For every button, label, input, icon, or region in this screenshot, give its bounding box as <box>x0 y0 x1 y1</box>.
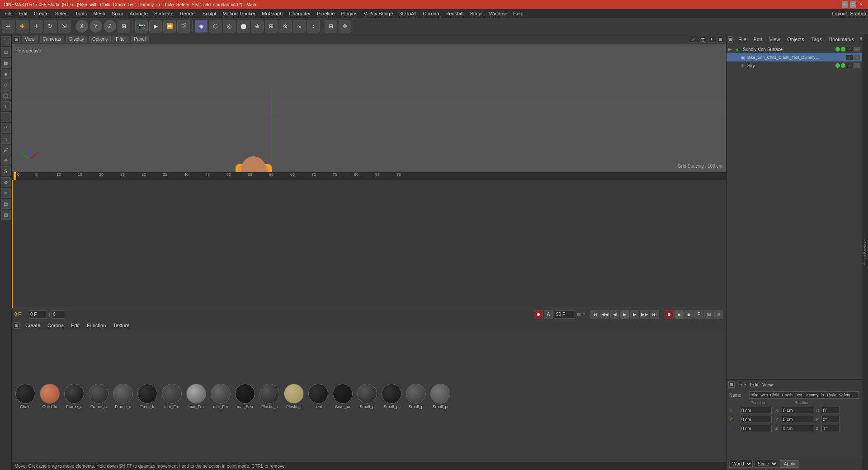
mat-item-plastict[interactable]: Plastic_t <box>283 384 305 409</box>
menu-3dtoall[interactable]: 3DToAll <box>396 10 419 17</box>
timeline-btn-5[interactable]: ⊞ <box>704 310 713 319</box>
attr-x-rot[interactable] <box>782 407 813 414</box>
rs-asset[interactable]: Asset Browser <box>862 238 868 266</box>
vt-display[interactable]: Display <box>66 36 87 42</box>
vt-grid-icon[interactable]: ⊞ <box>717 36 724 43</box>
maximize-button[interactable]: □ <box>850 1 856 8</box>
left-tool-6[interactable]: ◯ <box>1 90 11 100</box>
menu-snap[interactable]: Snap <box>109 10 126 17</box>
obj-item-sky[interactable]: ☀ Sky ✓ ··· <box>726 61 862 70</box>
attr-z-b[interactable] <box>821 425 840 432</box>
vt-light-icon[interactable]: ✦ <box>708 36 715 43</box>
attr-y-p[interactable] <box>821 416 840 423</box>
mat-item-plasticc[interactable]: Plastic_c <box>259 384 280 409</box>
menu-motiontracker[interactable]: Motion Tracker <box>220 10 258 17</box>
timeline-next-frame[interactable]: ▶ <box>630 310 639 319</box>
attr-view[interactable]: View <box>762 382 773 387</box>
attr-y-pos[interactable] <box>740 416 772 423</box>
attr-edit[interactable]: Edit <box>750 382 759 387</box>
left-tool-3[interactable]: ▦ <box>1 58 11 68</box>
toolbar-grid[interactable]: ⊟ <box>325 20 337 33</box>
left-tool-5[interactable]: ◇ <box>1 80 11 89</box>
mat-item-frame2[interactable]: Frame_c <box>112 384 134 409</box>
menu-vraybridge[interactable]: V-Ray Bridge <box>361 10 396 17</box>
timeline-btn-4[interactable]: P <box>694 310 703 319</box>
timeline-play[interactable]: ▶ <box>620 310 629 319</box>
obj-expand[interactable]: ⊞ <box>728 36 733 42</box>
mat-item-matfro2[interactable]: mat_Fro <box>185 384 207 409</box>
attr-z-rot[interactable] <box>782 425 813 432</box>
menu-tools[interactable]: Tools <box>72 10 90 17</box>
menu-pipeline[interactable]: Pipeline <box>314 10 337 17</box>
toolbar-render-all[interactable]: ⏩ <box>163 20 176 33</box>
timeline-record[interactable]: ⏺ <box>534 310 543 319</box>
viewport[interactable]: Perspective Grid Spacing : 100 cm X Y Z <box>12 44 726 172</box>
apply-button[interactable]: Apply <box>780 460 799 468</box>
menu-simulate[interactable]: Simulate <box>151 10 176 17</box>
obj-tags[interactable]: Tags <box>810 36 824 42</box>
mat-item-matsea[interactable]: mat_Sea <box>234 384 256 409</box>
obj-objects[interactable]: Objects <box>785 36 806 42</box>
mat-item-matfro3[interactable]: mat_Fro <box>210 384 231 409</box>
frame-input-2[interactable] <box>52 310 65 319</box>
attr-x-h[interactable] <box>822 407 840 414</box>
toolbar-geom-2[interactable]: ⬡ <box>209 20 222 33</box>
left-tool-16[interactable]: ▤ <box>1 199 11 209</box>
menu-plugins[interactable]: Plugins <box>338 10 360 17</box>
timeline-next-key[interactable]: ▶▶ <box>640 310 649 319</box>
menu-character[interactable]: Character <box>286 10 313 17</box>
mat-item-chain[interactable]: Chain <box>14 384 36 409</box>
obj-item-bike[interactable]: ▣ Bike_with_Child_Crash_Test_Dummy_in_Th… <box>726 53 862 61</box>
timeline-keys[interactable] <box>12 180 726 308</box>
toolbar-render-active[interactable]: ▶ <box>149 20 162 33</box>
mat-expand[interactable]: ⊞ <box>14 322 20 329</box>
mat-texture[interactable]: Texture <box>111 322 131 329</box>
left-tool-15[interactable]: ≈ <box>1 188 11 198</box>
mat-corona[interactable]: Corona <box>46 322 66 329</box>
mat-item-smallpi2[interactable]: Small_pi <box>429 384 451 409</box>
timeline-go-end[interactable]: ⏭ <box>650 310 659 319</box>
vt-panel[interactable]: Panel <box>131 36 149 42</box>
mat-edit[interactable]: Edit <box>69 322 81 329</box>
timeline-btn-6[interactable]: ≡ <box>714 310 723 319</box>
vt-cam-icon[interactable]: 📷 <box>699 36 706 43</box>
timeline-btn-1[interactable]: ⏺ <box>665 310 674 319</box>
left-tool-10[interactable]: ⤡ <box>1 134 11 144</box>
toolbar-spline[interactable]: ⌇ <box>307 20 320 33</box>
timeline-btn-3[interactable]: ◆ <box>684 310 693 319</box>
mat-item-smallpi[interactable]: Small_pi <box>381 384 402 409</box>
coord-system-select[interactable]: World <box>729 460 753 468</box>
end-frame-input[interactable] <box>555 310 575 319</box>
menu-mesh[interactable]: Mesh <box>90 10 108 17</box>
mat-item-smallp1[interactable]: Small_p <box>356 384 378 409</box>
vt-view[interactable]: View <box>22 36 38 42</box>
toolbar-undo[interactable]: ↩ <box>2 20 14 33</box>
menu-file[interactable]: File <box>2 10 15 17</box>
toolbar-geom-7[interactable]: ⊗ <box>279 20 292 33</box>
left-tool-4[interactable]: ◈ <box>1 69 11 79</box>
vt-options[interactable]: Options <box>89 36 111 42</box>
menu-animate[interactable]: Animate <box>127 10 151 17</box>
menu-script[interactable]: Script <box>467 10 486 17</box>
vt-expand-icon[interactable]: ⤢ <box>690 36 697 43</box>
menu-select[interactable]: Select <box>52 10 72 17</box>
mat-item-smallp2[interactable]: Small_p <box>405 384 427 409</box>
mat-item-frame1[interactable]: Frame_c <box>63 384 85 409</box>
attr-z-pos[interactable] <box>740 425 772 432</box>
obj-file[interactable]: File <box>736 36 748 42</box>
toolbar-mode-x[interactable]: X <box>75 20 88 33</box>
menu-help[interactable]: Help <box>510 10 526 17</box>
mat-function[interactable]: Function <box>85 322 108 329</box>
timeline-prev-key[interactable]: ◀◀ <box>600 310 609 319</box>
left-tool-12[interactable]: ⊕ <box>1 155 11 165</box>
left-tool-9[interactable]: ↺ <box>1 123 11 133</box>
toolbar-mode-wrl[interactable]: ⊞ <box>118 20 130 33</box>
left-tool-2[interactable]: ⊡ <box>1 47 11 57</box>
toolbar-geom-6[interactable]: ⊞ <box>265 20 278 33</box>
vt-filter[interactable]: Filter <box>113 36 129 42</box>
left-tool-17[interactable]: ▥ <box>1 210 11 220</box>
toolbar-axis[interactable]: ✜ <box>339 20 351 33</box>
menu-mograph[interactable]: MoGraph <box>259 10 285 17</box>
toolbar-mode-y[interactable]: Y <box>90 20 102 33</box>
mat-create[interactable]: Create <box>24 322 42 329</box>
